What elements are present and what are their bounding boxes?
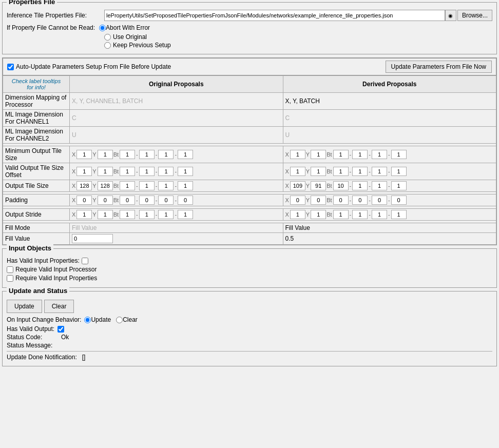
valid-offset-orig-d2[interactable] — [158, 167, 174, 176]
output-tile-der-y[interactable] — [311, 181, 326, 190]
channel1-derived: C — [283, 110, 496, 127]
use-original-radio[interactable] — [104, 34, 111, 41]
min-tile-derived: X Y Bt - - - — [283, 146, 496, 163]
valid-offset-orig-d3[interactable] — [178, 167, 193, 176]
padding-derived: X Y Bt - - - — [283, 194, 496, 206]
padding-orig-bt[interactable] — [120, 196, 135, 205]
stride-orig-y[interactable] — [98, 210, 113, 219]
valid-offset-der-bt[interactable] — [333, 167, 349, 176]
has-valid-output-label: Has Valid Output: — [7, 325, 54, 333]
padding-orig-x[interactable] — [76, 196, 92, 205]
dim-mapping-derived: X, Y, BATCH — [283, 93, 496, 110]
padding-orig-d3[interactable] — [178, 196, 193, 205]
dim-mapping-original: X, Y, CHANNEL1, BATCH — [70, 93, 283, 110]
abort-radio[interactable] — [99, 25, 106, 31]
stride-der-d1[interactable] — [352, 210, 368, 219]
file-input-row: Inference Tile Properties File: ◉ Browse… — [7, 10, 492, 21]
valid-offset-der-d1[interactable] — [352, 167, 368, 176]
clear-button[interactable]: Clear — [44, 300, 74, 313]
table-row: Padding X Y Bt - - - X — [3, 194, 496, 206]
min-tile-der-d1[interactable] — [352, 150, 368, 159]
fill-value-orig-input[interactable] — [72, 234, 113, 243]
min-tile-orig-bt[interactable] — [120, 150, 135, 159]
min-tile-der-d2[interactable] — [372, 150, 387, 159]
table-row: ML Image Dimension For CHANNEL2 U U — [3, 127, 496, 144]
output-tile-der-d1[interactable] — [352, 181, 368, 190]
update-now-button[interactable]: Update Parameters From File Now — [386, 61, 492, 73]
min-tile-orig-y[interactable] — [98, 150, 113, 159]
padding-der-d1[interactable] — [352, 196, 368, 205]
stride-orig-d3[interactable] — [178, 210, 193, 219]
min-tile-der-x[interactable] — [290, 150, 305, 159]
padding-orig-d2[interactable] — [158, 196, 174, 205]
output-tile-original: X Y Bt - - - — [70, 180, 283, 192]
valid-offset-orig-y[interactable] — [98, 167, 113, 176]
has-valid-checkbox[interactable] — [82, 258, 88, 264]
output-tile-orig-d1[interactable] — [139, 181, 155, 190]
min-tile-der-y[interactable] — [311, 150, 326, 159]
stride-orig-d2[interactable] — [158, 210, 174, 219]
output-tile-orig-d3[interactable] — [178, 181, 193, 190]
browse-button[interactable]: Browse... — [457, 10, 492, 21]
stride-der-d3[interactable] — [391, 210, 407, 219]
output-tile-der-bt[interactable] — [333, 181, 349, 190]
keep-previous-radio[interactable] — [104, 42, 111, 49]
cannot-read-label: If Property File Cannot be Read: — [7, 24, 95, 31]
status-code-value: Ok — [61, 334, 69, 341]
require-processor-row: Require Valid Input Processor — [7, 266, 492, 273]
auto-update-checkbox[interactable] — [7, 64, 14, 70]
valid-offset-der-y[interactable] — [311, 167, 326, 176]
min-tile-original: X Y Bt - - - — [70, 146, 283, 163]
padding-orig-y[interactable] — [98, 196, 113, 205]
stride-der-x[interactable] — [290, 210, 305, 219]
stride-orig-d1[interactable] — [139, 210, 155, 219]
stride-der-y[interactable] — [311, 210, 326, 219]
min-tile-orig-d2[interactable] — [158, 150, 174, 159]
min-tile-orig-x[interactable] — [76, 150, 92, 159]
keep-previous-label: Keep Previous Setup — [113, 42, 171, 49]
valid-offset-der-d3[interactable] — [391, 167, 407, 176]
padding-der-bt[interactable] — [333, 196, 349, 205]
output-tile-orig-bt[interactable] — [120, 181, 135, 190]
stride-der-d2[interactable] — [372, 210, 387, 219]
padding-der-d2[interactable] — [372, 196, 387, 205]
valid-offset-orig-x[interactable] — [76, 167, 92, 176]
has-valid-output-checkbox[interactable] — [57, 326, 64, 333]
require-processor-checkbox[interactable] — [7, 266, 13, 273]
file-path-input[interactable] — [104, 10, 445, 21]
input-change-clear-radio[interactable] — [116, 317, 123, 323]
require-properties-checkbox[interactable] — [7, 275, 13, 282]
file-icon-btn[interactable]: ◉ — [445, 10, 456, 21]
min-tile-label: Minimum Output Tile Size — [3, 146, 70, 163]
valid-offset-der-d2[interactable] — [372, 167, 387, 176]
input-objects-title: Input Objects — [7, 244, 53, 252]
output-tile-orig-d2[interactable] — [158, 181, 174, 190]
stride-der-bt[interactable] — [333, 210, 349, 219]
output-stride-label: Output Stride — [3, 209, 70, 221]
stride-orig-x[interactable] — [76, 210, 92, 219]
padding-der-x[interactable] — [290, 196, 305, 205]
output-tile-der-d3[interactable] — [391, 181, 407, 190]
min-tile-der-d3[interactable] — [391, 150, 407, 159]
output-tile-der-d2[interactable] — [372, 181, 387, 190]
output-tile-der-x[interactable] — [290, 181, 305, 190]
update-button[interactable]: Update — [7, 300, 42, 313]
has-valid-output-row: Has Valid Output: — [7, 325, 492, 333]
padding-der-d3[interactable] — [391, 196, 407, 205]
input-change-update-radio[interactable] — [84, 317, 91, 323]
valid-offset-der-x[interactable] — [290, 167, 305, 176]
min-tile-orig-d3[interactable] — [178, 150, 193, 159]
valid-offset-orig-bt[interactable] — [120, 167, 135, 176]
valid-offset-orig-d1[interactable] — [139, 167, 155, 176]
output-tile-orig-y[interactable] — [98, 181, 113, 190]
fill-value-derived: 0.5 — [283, 233, 496, 245]
min-tile-der-bt[interactable] — [333, 150, 349, 159]
stride-orig-bt[interactable] — [120, 210, 135, 219]
padding-der-y[interactable] — [311, 196, 326, 205]
output-stride-original: X Y Bt - - - — [70, 209, 283, 221]
output-tile-orig-x[interactable] — [76, 181, 92, 190]
padding-orig-d1[interactable] — [139, 196, 155, 205]
min-tile-orig-d1[interactable] — [139, 150, 155, 159]
keep-previous-row: Keep Previous Setup — [104, 42, 492, 49]
input-change-clear-label: Clear — [123, 316, 138, 323]
